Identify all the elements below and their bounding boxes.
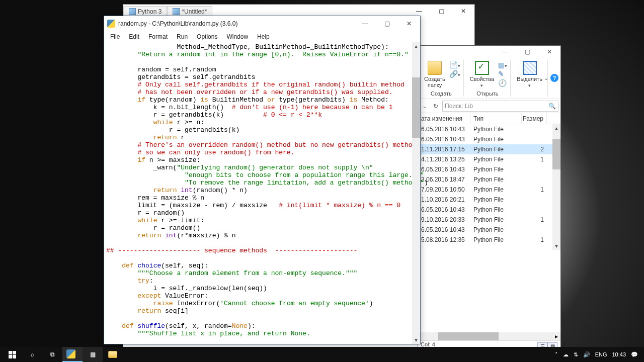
file-list[interactable]: ▴ ▾ 6.05.2016 10:43Python File6.05.2016 … bbox=[418, 124, 560, 250]
table-row[interactable]: 1.11.2016 17:15Python File2 bbox=[418, 144, 560, 154]
refresh-icon[interactable]: ↻ bbox=[431, 103, 440, 110]
scroll-thumb[interactable] bbox=[412, 77, 420, 138]
code-content[interactable]: Method=_MethodType, BuiltinMethod=_Built… bbox=[104, 42, 420, 338]
maximize-button[interactable]: ▢ bbox=[376, 16, 398, 31]
table-row[interactable]: 6.05.2016 10:43Python File bbox=[418, 205, 560, 215]
table-row[interactable]: 6.05.2016 10:43Python File bbox=[418, 124, 560, 134]
taskbar: ⌕ ⧉ ▩ ˄ ☁ ⇅ 🔊 ENG 10:43 💬 bbox=[0, 347, 644, 362]
maximize-button[interactable]: ▢ bbox=[516, 46, 538, 58]
taskbar-app-idle[interactable] bbox=[62, 347, 83, 362]
search-button[interactable]: ⌕ bbox=[22, 347, 42, 362]
tab-untitled[interactable]: *Untitled* bbox=[167, 6, 212, 17]
language-indicator[interactable]: ENG bbox=[595, 351, 607, 357]
start-button[interactable] bbox=[2, 347, 22, 362]
python-doc-icon bbox=[129, 8, 136, 15]
maximize-button[interactable]: ▢ bbox=[430, 5, 452, 18]
close-button[interactable]: ✕ bbox=[538, 46, 560, 58]
header-date: ата изменения bbox=[418, 113, 470, 124]
idle-editor-window: random.py - C:\Python\Lib\random.py (3.6… bbox=[104, 16, 421, 344]
table-row[interactable]: 3.06.2016 18:47Python File bbox=[418, 174, 560, 185]
scroll-thumb[interactable] bbox=[552, 139, 560, 169]
table-row[interactable]: 1.10.2016 20:21Python File bbox=[418, 195, 560, 205]
close-button[interactable]: ✕ bbox=[452, 5, 474, 18]
clock[interactable]: 10:43 bbox=[612, 351, 626, 357]
table-row[interactable]: 4.11.2016 13:25Python File1 bbox=[418, 154, 560, 164]
volume-icon[interactable]: 🔊 bbox=[583, 351, 590, 358]
folder-icon bbox=[428, 61, 442, 75]
python-app-icon bbox=[107, 20, 115, 28]
file-explorer-window: — ▢ ✕ Создать папку 📄▾ 🔗▾ Создать С bbox=[418, 45, 561, 352]
history-dropdown-icon[interactable]: ⌄ bbox=[420, 103, 429, 110]
properties-button[interactable]: Свойства ▾ bbox=[468, 60, 496, 89]
column-headers[interactable]: ата изменения Тип Размер bbox=[418, 113, 560, 124]
scroll-down-icon[interactable]: ▾ bbox=[412, 336, 420, 344]
taskbar-app-cmd[interactable]: ▩ bbox=[83, 347, 103, 362]
minimize-button[interactable]: — bbox=[494, 46, 516, 58]
new-folder-button[interactable]: Создать папку bbox=[422, 60, 447, 89]
menu-window[interactable]: Window bbox=[222, 32, 252, 41]
notifications-icon[interactable]: 💬 bbox=[631, 351, 638, 358]
task-view-button[interactable]: ⧉ bbox=[42, 347, 62, 362]
edit-icon[interactable]: ✎ bbox=[498, 70, 507, 78]
onedrive-icon[interactable]: ☁ bbox=[563, 351, 569, 358]
tray-overflow-icon[interactable]: ˄ bbox=[555, 351, 558, 358]
menu-options[interactable]: Options bbox=[193, 32, 221, 41]
new-item-icon[interactable]: 📄▾ bbox=[449, 61, 460, 69]
history-icon[interactable]: 🕘 bbox=[498, 79, 507, 87]
table-row[interactable]: 9.10.2016 20:33Python File1 bbox=[418, 215, 560, 225]
menu-file[interactable]: File bbox=[106, 32, 124, 41]
menu-edit[interactable]: Edit bbox=[125, 32, 143, 41]
open-icon[interactable]: ▦▾ bbox=[498, 61, 507, 69]
search-input[interactable]: Поиск: Lib 🔍 bbox=[442, 101, 558, 112]
search-placeholder: Поиск: Lib bbox=[445, 103, 473, 110]
python-doc-icon bbox=[173, 8, 180, 15]
scroll-up-icon[interactable]: ▴ bbox=[552, 124, 560, 132]
table-row[interactable]: 5.08.2016 12:35Python File1 bbox=[418, 235, 560, 245]
collapse-ribbon-icon[interactable]: ⌄ bbox=[544, 75, 548, 81]
easy-access-icon[interactable]: 🔗▾ bbox=[449, 70, 460, 78]
help-icon[interactable]: ? bbox=[550, 74, 558, 82]
header-size: Размер bbox=[522, 113, 547, 124]
properties-icon bbox=[475, 61, 489, 75]
close-button[interactable]: ✕ bbox=[398, 16, 420, 31]
scroll-right-icon[interactable]: ▸ bbox=[552, 332, 560, 340]
table-row[interactable]: 6.05.2016 10:43Python File bbox=[418, 134, 560, 144]
scroll-up-icon[interactable]: ▴ bbox=[412, 42, 420, 50]
hscroll-thumb[interactable] bbox=[438, 332, 499, 340]
scroll-down-icon[interactable]: ▾ bbox=[552, 242, 560, 250]
tab-python3[interactable]: Python 3 bbox=[123, 6, 167, 17]
minimize-button[interactable]: — bbox=[354, 16, 376, 31]
table-row[interactable]: 7.09.2016 10:50Python File1 bbox=[418, 185, 560, 195]
menu-format[interactable]: Format bbox=[144, 32, 172, 41]
explorer-ribbon: Создать папку 📄▾ 🔗▾ Создать Свойства ▾ ▦… bbox=[418, 58, 560, 99]
search-icon[interactable]: 🔍 bbox=[548, 103, 556, 110]
menu-help[interactable]: Help bbox=[253, 32, 274, 41]
table-row[interactable]: 6.05.2016 10:43Python File bbox=[418, 225, 560, 235]
system-tray: ˄ ☁ ⇅ 🔊 ENG 10:43 💬 bbox=[555, 351, 642, 358]
table-row[interactable]: 6.05.2016 10:43Python File bbox=[418, 164, 560, 174]
select-icon bbox=[523, 61, 537, 75]
window-title: random.py - C:\Python\Lib\random.py (3.6… bbox=[118, 20, 237, 27]
header-type: Тип bbox=[470, 113, 522, 124]
menu-bar: File Edit Format Run Options Window Help bbox=[104, 31, 420, 42]
code-editor[interactable]: Method=_MethodType, BuiltinMethod=_Built… bbox=[104, 42, 420, 344]
network-icon[interactable]: ⇅ bbox=[574, 351, 578, 358]
menu-run[interactable]: Run bbox=[173, 32, 192, 41]
select-button[interactable]: Выделить ▾ bbox=[515, 60, 544, 89]
taskbar-app-explorer[interactable] bbox=[103, 347, 123, 362]
